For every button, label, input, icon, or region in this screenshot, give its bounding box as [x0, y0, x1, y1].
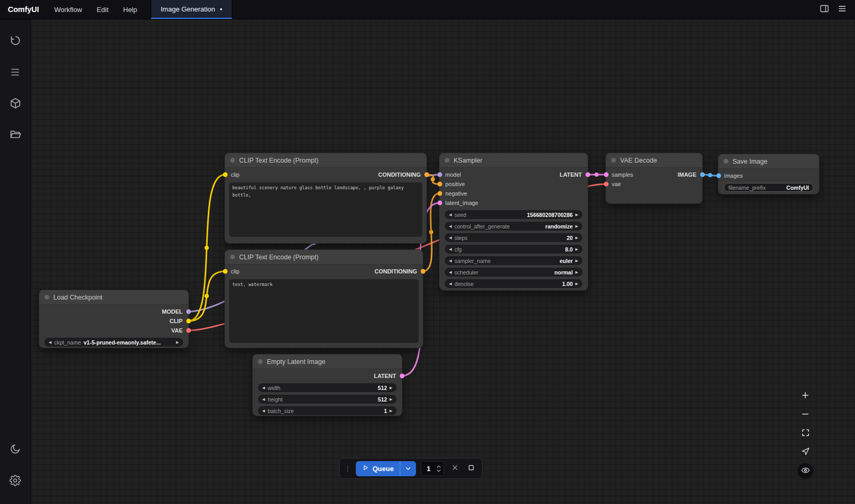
input-dot-clip[interactable] — [223, 173, 228, 177]
menu-workflow[interactable]: Workflow — [47, 0, 89, 19]
collapse-dot-icon[interactable] — [230, 158, 235, 163]
widget-height[interactable]: ◀ height 512 ▶ — [258, 395, 397, 404]
main-menu-button[interactable] — [834, 2, 850, 17]
widget-filename-prefix[interactable]: filename_prefix ComfyUI — [724, 183, 814, 192]
output-dot-conditioning[interactable] — [421, 269, 425, 274]
chevron-down-icon[interactable] — [400, 465, 416, 472]
sidebar-button-settings[interactable] — [5, 471, 26, 491]
node-header[interactable]: VAE Decode — [606, 153, 702, 168]
input-dot-clip[interactable] — [223, 269, 228, 274]
increment-icon[interactable]: ▶ — [390, 397, 392, 401]
increment-icon[interactable]: ▶ — [576, 236, 578, 239]
panel-toggle-button[interactable] — [816, 2, 832, 17]
output-dot-model[interactable] — [186, 310, 191, 314]
widget-seed[interactable]: ◀ seed 156680208700286 ▶ — [445, 210, 582, 219]
collapse-dot-icon[interactable] — [44, 295, 49, 300]
increment-icon[interactable]: ▶ — [576, 247, 578, 251]
decrement-icon[interactable]: ◀ — [262, 409, 265, 413]
output-dot-image[interactable] — [700, 173, 705, 177]
decrement-icon[interactable]: ◀ — [449, 247, 452, 251]
batch-count-input[interactable]: 1 — [421, 461, 444, 476]
output-dot-vae[interactable] — [186, 328, 191, 333]
node-vae-decode[interactable]: VAE Decode samples IMAGE vae — [606, 153, 702, 203]
toggle-visibility-button[interactable] — [797, 463, 813, 479]
node-canvas[interactable] — [0, 0, 855, 504]
increment-icon[interactable]: ▶ — [576, 259, 578, 262]
node-title: CLIP Text Encode (Prompt) — [239, 254, 319, 261]
increment-icon[interactable]: ▶ — [576, 213, 578, 216]
input-dot-images[interactable] — [716, 174, 721, 178]
collapse-dot-icon[interactable] — [230, 255, 235, 259]
decrement-icon[interactable]: ◀ — [262, 397, 265, 401]
widget-control-after-generate[interactable]: ◀ control_after_generate randomize ▶ — [445, 222, 582, 231]
collapse-dot-icon[interactable] — [724, 159, 728, 164]
increment-icon[interactable]: ▶ — [576, 282, 578, 285]
widget-cfg[interactable]: ◀ cfg 8.0 ▶ — [445, 245, 582, 254]
widget-steps[interactable]: ◀ steps 20 ▶ — [445, 233, 582, 242]
tab-image-generation[interactable]: Image Generation ● — [151, 0, 232, 19]
sidebar-button-workflows[interactable] — [5, 125, 26, 146]
widget-denoise[interactable]: ◀ denoise 1.00 ▶ — [445, 279, 582, 288]
decrement-icon[interactable]: ◀ — [262, 386, 265, 390]
input-dot-latent-image[interactable] — [437, 201, 442, 205]
node-header[interactable]: Load Checkpoint — [39, 290, 188, 305]
drag-handle-icon[interactable]: ⋮ — [344, 465, 351, 472]
zoom-out-button[interactable] — [797, 407, 813, 422]
queue-button[interactable]: Queue — [356, 461, 416, 476]
collapse-dot-icon[interactable] — [611, 158, 616, 163]
output-dot-clip[interactable] — [186, 319, 191, 324]
prompt-textarea[interactable]: beautiful scenery nature glass bottle la… — [229, 182, 422, 237]
count-spinner[interactable] — [436, 465, 441, 472]
fit-view-button[interactable] — [797, 426, 813, 441]
widget-width[interactable]: ◀ width 512 ▶ — [258, 383, 397, 392]
node-load-checkpoint[interactable]: Load Checkpoint MODEL CLIP VAE ◀ ckpt_na… — [39, 290, 188, 348]
node-header[interactable]: Empty Latent Image — [253, 354, 402, 369]
sidebar-button-history[interactable] — [5, 31, 26, 52]
input-dot-negative[interactable] — [437, 191, 442, 196]
node-header[interactable]: CLIP Text Encode (Prompt) — [225, 153, 426, 168]
increment-icon[interactable]: ▶ — [176, 340, 179, 344]
select-mode-button[interactable] — [797, 444, 813, 460]
node-header[interactable]: Save Image — [718, 154, 819, 169]
increment-icon[interactable]: ▶ — [576, 270, 578, 274]
input-dot-model[interactable] — [437, 173, 442, 177]
clear-queue-button[interactable] — [449, 462, 461, 475]
node-clip-text-encode-negative[interactable]: CLIP Text Encode (Prompt) clip CONDITION… — [225, 250, 423, 348]
interrupt-button[interactable] — [465, 462, 477, 475]
increment-icon[interactable]: ▶ — [390, 386, 392, 390]
decrement-icon[interactable]: ◀ — [449, 213, 452, 216]
prompt-textarea[interactable]: text, watermark — [229, 279, 419, 343]
node-empty-latent-image[interactable]: Empty Latent Image LATENT ◀ width 512 ▶ … — [253, 354, 402, 416]
decrement-icon[interactable]: ◀ — [449, 259, 452, 262]
widget-sampler-name[interactable]: ◀ sampler_name euler ▶ — [445, 256, 582, 265]
decrement-icon[interactable]: ◀ — [49, 340, 51, 344]
node-clip-text-encode-positive[interactable]: CLIP Text Encode (Prompt) clip CONDITION… — [225, 153, 426, 243]
decrement-icon[interactable]: ◀ — [449, 270, 452, 274]
sidebar-button-node-library[interactable] — [5, 94, 26, 114]
collapse-dot-icon[interactable] — [258, 359, 263, 364]
increment-icon[interactable]: ▶ — [390, 409, 392, 413]
output-dot-latent[interactable] — [586, 173, 590, 177]
decrement-icon[interactable]: ◀ — [449, 282, 452, 285]
menu-edit[interactable]: Edit — [89, 0, 116, 19]
node-ksampler[interactable]: KSampler model LATENT positive negative … — [440, 153, 588, 290]
node-save-image[interactable]: Save Image images filename_prefix ComfyU… — [718, 154, 819, 194]
input-dot-samples[interactable] — [604, 173, 609, 177]
widget-batch-size[interactable]: ◀ batch_size 1 ▶ — [258, 406, 397, 415]
input-dot-positive[interactable] — [437, 182, 442, 187]
collapse-dot-icon[interactable] — [445, 158, 449, 163]
output-dot-conditioning[interactable] — [424, 173, 429, 177]
node-header[interactable]: CLIP Text Encode (Prompt) — [225, 250, 423, 265]
node-header[interactable]: KSampler — [440, 153, 588, 168]
output-dot-latent[interactable] — [400, 374, 404, 379]
decrement-icon[interactable]: ◀ — [449, 224, 452, 228]
zoom-in-button[interactable] — [797, 388, 813, 404]
sidebar-button-queue[interactable] — [5, 62, 26, 83]
increment-icon[interactable]: ▶ — [576, 224, 578, 228]
widget-scheduler[interactable]: ◀ scheduler normal ▶ — [445, 268, 582, 277]
input-dot-vae[interactable] — [604, 182, 609, 187]
widget-ckpt-name[interactable]: ◀ ckpt_name v1-5-pruned-emaonly.safete..… — [44, 338, 183, 347]
decrement-icon[interactable]: ◀ — [449, 236, 452, 239]
sidebar-button-theme[interactable] — [5, 439, 26, 460]
menu-help[interactable]: Help — [116, 0, 144, 19]
